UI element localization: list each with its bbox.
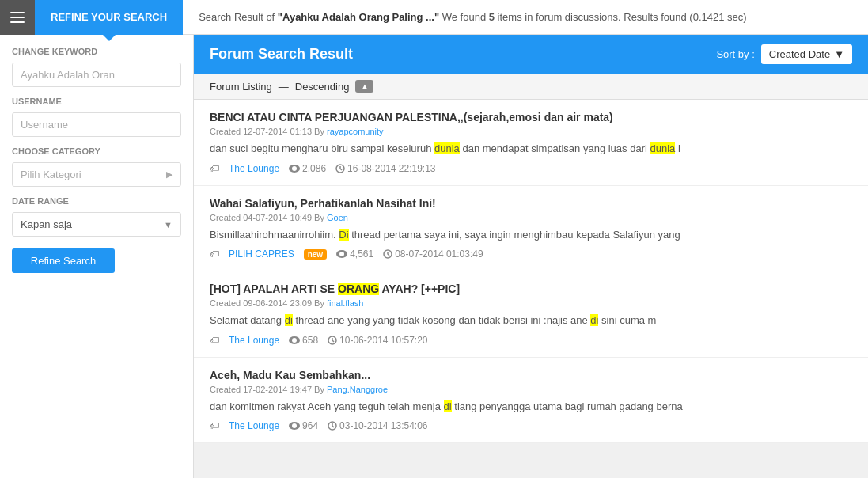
forum-item-meta: Created 17-02-2014 19:47 By Pang.Nanggro… — [210, 385, 852, 394]
svg-point-4 — [292, 166, 297, 171]
forum-header: Forum Search Result Sort by : Created Da… — [194, 35, 868, 74]
forum-item-snippet: dan komitmen rakyat Aceh yang teguh tela… — [210, 399, 852, 415]
svg-rect-1 — [10, 17, 25, 18]
refine-search-button[interactable]: Refine Search — [12, 248, 115, 273]
refine-label: REFINE YOUR SEARCH — [51, 11, 167, 23]
views: 658 — [289, 335, 318, 346]
forum-item-snippet: dan suci begitu mengharu biru sampai kes… — [210, 141, 852, 157]
main-layout: CHANGE KEYWORD USERNAME CHOOSE CATEGORY … — [0, 35, 868, 478]
views: 2,086 — [289, 163, 326, 174]
forum-item: Wahai Salafiyun, Perhatikanlah Nasihat I… — [194, 186, 868, 272]
category-placeholder: Pilih Kategori — [21, 169, 81, 180]
highlight: Di — [339, 229, 348, 241]
tag-link[interactable]: The Lounge — [229, 335, 279, 346]
tag-icon: 🏷 — [210, 248, 219, 260]
forum-item-title: Aceh, Madu Kau Sembahkan... — [210, 369, 852, 381]
username-input[interactable] — [12, 112, 181, 137]
forum-items-container: BENCI ATAU CINTA PERJUANGAN PALESTINA,,(… — [194, 100, 868, 443]
content-area: Forum Search Result Sort by : Created Da… — [194, 35, 868, 478]
last-date: 08-07-2014 01:03:49 — [383, 248, 483, 260]
forum-item: BENCI ATAU CINTA PERJUANGAN PALESTINA,,(… — [194, 100, 868, 186]
sort-by: Sort by : Created Date ▼ — [716, 44, 852, 64]
tag-icon: 🏷 — [210, 335, 219, 346]
highlight: di — [444, 400, 452, 412]
svg-rect-0 — [10, 12, 25, 13]
tag-link[interactable]: The Lounge — [229, 163, 279, 174]
sort-arrow-icon: ▼ — [834, 48, 844, 60]
listing-bar: Forum Listing — Descending ▲ — [194, 74, 868, 100]
listing-separator: — — [279, 81, 289, 93]
sort-value: Created Date — [769, 48, 830, 60]
tag-link[interactable]: The Lounge — [229, 420, 279, 431]
keyword-input[interactable] — [12, 63, 181, 87]
search-keyword: "Ayahku Adalah Orang Paling ..." — [278, 11, 439, 23]
forum-item-title: Wahai Salafiyun, Perhatikanlah Nasihat I… — [210, 197, 852, 210]
last-date: 10-06-2014 10:57:20 — [328, 335, 427, 346]
forum-item-tags: 🏷 The Lounge 2,086 16-08-2014 22:19:13 — [210, 163, 852, 174]
listing-order-toggle[interactable]: ▲ — [355, 80, 373, 93]
listing-order: Descending — [295, 81, 350, 93]
forum-item-snippet: Bismillaahirohmaanirrohiim. Di thread pe… — [210, 227, 852, 243]
highlight: dunia — [650, 142, 675, 154]
forum-item-title: [HOT] APALAH ARTI SE ORANG AYAH? [++PIC] — [210, 283, 852, 295]
date-label: DATE RANGE — [12, 196, 181, 206]
date-select[interactable]: Kapan saja ▼ — [12, 212, 181, 237]
svg-point-13 — [292, 423, 297, 428]
category-arrow-icon: ▶ — [166, 169, 172, 180]
highlight: dunia — [434, 142, 460, 154]
listing-label: Forum Listing — [210, 81, 272, 93]
forum-item-meta: Created 09-06-2014 23:09 By final.flash — [210, 298, 852, 308]
forum-title: Forum Search Result — [210, 46, 353, 63]
tag-icon: 🏷 — [210, 420, 219, 431]
result-suffix: items in forum discussions. Results foun… — [495, 11, 747, 23]
forum-item-snippet: Selamat datang di thread ane yang yang t… — [210, 313, 852, 328]
sort-label: Sort by : — [716, 48, 754, 60]
badge-new: new — [304, 249, 327, 260]
views: 4,561 — [336, 248, 373, 260]
top-bar: REFINE YOUR SEARCH Search Result of "Aya… — [0, 0, 868, 35]
username-label: USERNAME — [12, 97, 181, 106]
author-link[interactable]: Pang.Nanggroe — [327, 385, 388, 394]
sort-select[interactable]: Created Date ▼ — [761, 44, 852, 64]
result-middle: We found — [439, 11, 489, 23]
forum-item-title: BENCI ATAU CINTA PERJUANGAN PALESTINA,,(… — [210, 111, 852, 123]
highlight: ORANG — [338, 283, 379, 295]
svg-point-7 — [339, 252, 344, 256]
tag-link[interactable]: PILIH CAPRES — [229, 248, 294, 260]
date-arrow-icon: ▼ — [164, 220, 172, 230]
forum-item-tags: 🏷 The Lounge 964 03-10-2014 13:54:06 — [210, 420, 852, 431]
sidebar: CHANGE KEYWORD USERNAME CHOOSE CATEGORY … — [0, 35, 194, 478]
views: 964 — [289, 420, 318, 431]
category-select[interactable]: Pilih Kategori ▶ — [12, 162, 181, 187]
hamburger-button[interactable] — [0, 0, 35, 35]
search-result-text: Search Result of "Ayahku Adalah Orang Pa… — [183, 11, 762, 23]
last-date: 03-10-2014 13:54:06 — [328, 420, 427, 431]
forum-item: [HOT] APALAH ARTI SE ORANG AYAH? [++PIC]… — [194, 271, 868, 358]
last-date: 16-08-2014 22:19:13 — [335, 163, 435, 174]
forum-item-tags: 🏷 PILIH CAPRES new 4,561 08-07-2014 01:0… — [210, 248, 852, 260]
tag-icon: 🏷 — [210, 163, 219, 174]
result-prefix: Search Result of — [199, 11, 278, 23]
svg-rect-2 — [10, 21, 25, 23]
forum-item-meta: Created 12-07-2014 01:13 By rayapcomunit… — [210, 127, 852, 136]
category-label: CHOOSE CATEGORY — [12, 146, 181, 156]
forum-item: Aceh, Madu Kau Sembahkan... Created 17-0… — [194, 358, 868, 444]
author-link[interactable]: Goen — [327, 213, 348, 222]
author-link[interactable]: rayapcomunity — [327, 127, 384, 136]
author-link[interactable]: final.flash — [327, 298, 363, 308]
date-value: Kapan saja — [21, 218, 72, 230]
highlight: di — [590, 314, 598, 326]
refine-your-search-button[interactable]: REFINE YOUR SEARCH — [35, 0, 183, 35]
forum-item-meta: Created 04-07-2014 10:49 By Goen — [210, 213, 852, 222]
svg-point-10 — [292, 338, 297, 343]
highlight: di — [285, 314, 293, 326]
keyword-label: CHANGE KEYWORD — [12, 47, 181, 56]
forum-item-tags: 🏷 The Lounge 658 10-06-2014 10:57:20 — [210, 335, 852, 346]
result-count: 5 — [489, 11, 495, 23]
